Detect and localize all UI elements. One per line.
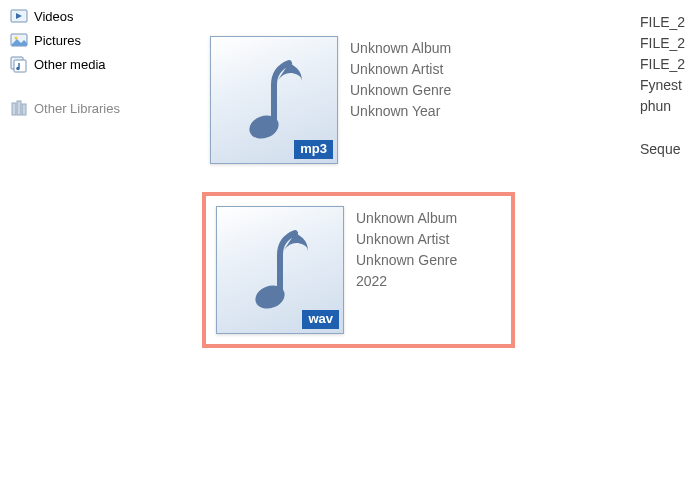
sidebar-item-label: Videos bbox=[34, 9, 74, 24]
sidebar-section-label: Other Libraries bbox=[34, 101, 120, 116]
file-metadata: Unknown Album Unknown Artist Unknown Gen… bbox=[350, 36, 451, 122]
meta-year: 2022 bbox=[356, 271, 457, 292]
format-badge: wav bbox=[302, 310, 339, 329]
meta-genre: Unknown Genre bbox=[356, 250, 457, 271]
sidebar-item-videos[interactable]: Videos bbox=[6, 4, 192, 28]
music-note-icon bbox=[240, 225, 320, 315]
pictures-icon bbox=[10, 31, 28, 49]
meta-artist: Unknown Artist bbox=[350, 59, 451, 80]
meta-album: Unknown Album bbox=[356, 208, 457, 229]
other-media-icon bbox=[10, 55, 28, 73]
sidebar-item-pictures[interactable]: Pictures bbox=[6, 28, 192, 52]
sidebar-item-other-media[interactable]: Other media bbox=[6, 52, 192, 76]
meta-artist: Unknown Artist bbox=[356, 229, 457, 250]
right-file-list: FILE_2 FILE_2 FILE_2 Fynest phun Seque bbox=[628, 0, 700, 500]
svg-rect-5 bbox=[14, 60, 26, 72]
list-item[interactable]: phun bbox=[640, 96, 700, 117]
svg-rect-9 bbox=[22, 104, 26, 115]
meta-genre: Unknown Genre bbox=[350, 80, 451, 101]
svg-rect-7 bbox=[12, 103, 16, 115]
videos-icon bbox=[10, 7, 28, 25]
meta-year: Unknown Year bbox=[350, 101, 451, 122]
sidebar-item-label: Pictures bbox=[34, 33, 81, 48]
list-item[interactable]: Fynest bbox=[640, 75, 700, 96]
file-pane: mp3 Unknown Album Unknown Artist Unknown… bbox=[192, 0, 628, 500]
file-item[interactable]: mp3 Unknown Album Unknown Artist Unknown… bbox=[202, 28, 628, 172]
file-metadata: Unknown Album Unknown Artist Unknown Gen… bbox=[356, 206, 457, 292]
svg-rect-8 bbox=[17, 101, 21, 115]
format-badge: mp3 bbox=[294, 140, 333, 159]
sidebar-section-other-libraries[interactable]: Other Libraries bbox=[6, 96, 192, 120]
meta-album: Unknown Album bbox=[350, 38, 451, 59]
sidebar-item-label: Other media bbox=[34, 57, 106, 72]
libraries-icon bbox=[10, 99, 28, 117]
list-item[interactable]: FILE_2 bbox=[640, 33, 700, 54]
file-item-highlighted[interactable]: wav Unknown Album Unknown Artist Unknown… bbox=[202, 192, 515, 348]
sidebar: Videos Pictures Other media Other Librar… bbox=[0, 0, 192, 500]
list-item[interactable]: FILE_2 bbox=[640, 12, 700, 33]
list-item[interactable]: Seque bbox=[640, 139, 700, 160]
music-note-icon bbox=[234, 55, 314, 145]
audio-thumbnail: mp3 bbox=[210, 36, 338, 164]
svg-point-6 bbox=[16, 67, 20, 71]
list-item[interactable]: FILE_2 bbox=[640, 54, 700, 75]
audio-thumbnail: wav bbox=[216, 206, 344, 334]
